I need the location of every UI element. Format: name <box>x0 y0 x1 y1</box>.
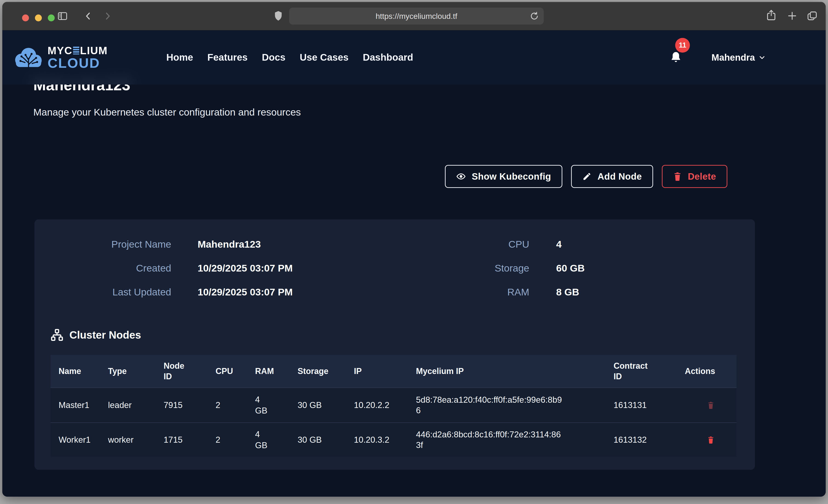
row1-ip: 10.20.3.2 <box>354 435 416 445</box>
row1-node-id: 1715 <box>164 435 215 445</box>
col-ram: RAM <box>255 366 298 376</box>
user-menu[interactable]: Mahendra <box>711 52 765 63</box>
row0-cpu: 2 <box>215 401 255 410</box>
back-icon[interactable] <box>83 11 93 21</box>
cpu-label: CPU <box>402 239 529 250</box>
nav-item-docs[interactable]: Docs <box>262 52 285 63</box>
col-type: Type <box>108 366 164 376</box>
url-text: https://myceliumcloud.tf <box>375 12 457 21</box>
trash-icon <box>707 401 714 409</box>
created-value: 10/29/2025 03:07 PM <box>198 262 293 274</box>
delete-label: Delete <box>688 171 716 182</box>
last-updated-row: Last Updated 10/29/2025 03:07 PM <box>35 280 402 304</box>
row1-type: worker <box>108 435 164 445</box>
window-controls <box>22 14 55 22</box>
nav-item-dashboard[interactable]: Dashboard <box>363 52 413 63</box>
pencil-icon <box>582 172 591 181</box>
row1-storage: 30 GB <box>298 435 354 445</box>
row0-mycelium-ip: 5d8:78ea:a120:f40c:ff0f:a5fe:99e6:8b96 <box>416 395 614 416</box>
site-navbar: MYCLIUM CLOUD Home Features Docs Use Cas… <box>2 30 826 85</box>
show-kubeconfig-label: Show Kubeconfig <box>472 171 551 182</box>
project-name-row: Project Name Mahendra123 <box>35 232 402 256</box>
page-subtitle: Manage your Kubernetes cluster configura… <box>33 106 826 118</box>
brand-stylized-e <box>73 47 79 54</box>
row0-contract-id: 1613131 <box>614 401 685 410</box>
cpu-value: 4 <box>556 239 562 250</box>
brand-word2: CLOUD <box>48 56 108 70</box>
row0-node-id: 7915 <box>164 401 215 410</box>
ram-row: RAM 8 GB <box>402 280 755 304</box>
nodes-table-header: Name Type Node ID CPU RAM Storage IP Myc… <box>50 355 737 388</box>
row1-ram: 4 GB <box>255 429 269 451</box>
zoom-window-button[interactable] <box>48 14 55 22</box>
brand-word1-pre: MYC <box>48 45 72 56</box>
col-mycelium-ip: Mycelium IP <box>416 366 614 376</box>
notifications-button[interactable]: 11 <box>670 51 682 64</box>
minimize-window-button[interactable] <box>35 14 42 22</box>
col-ip: IP <box>354 366 416 376</box>
project-name-value: Mahendra123 <box>198 239 261 250</box>
bell-icon <box>670 51 682 64</box>
user-name: Mahendra <box>711 52 755 63</box>
col-cpu: CPU <box>215 366 255 376</box>
main-nav: Home Features Docs Use Cases Dashboard <box>166 52 413 63</box>
table-row: Worker1 worker 1715 2 4 GB 30 GB 10.20.3… <box>50 422 737 457</box>
storage-row: Storage 60 GB <box>402 256 755 280</box>
row1-name: Worker1 <box>50 435 108 445</box>
nodes-table: Name Type Node ID CPU RAM Storage IP Myc… <box>50 355 737 457</box>
page-viewport: MYCLIUM CLOUD Home Features Docs Use Cas… <box>2 30 826 497</box>
delete-cluster-button[interactable]: Delete <box>662 165 727 188</box>
col-name: Name <box>50 366 108 376</box>
created-row: Created 10/29/2025 03:07 PM <box>35 256 402 280</box>
col-contract-id: Contract ID <box>614 361 654 382</box>
nav-item-features[interactable]: Features <box>207 52 248 63</box>
show-kubeconfig-button[interactable]: Show Kubeconfig <box>445 165 562 188</box>
cluster-nodes-heading: Cluster Nodes <box>50 328 755 342</box>
created-label: Created <box>35 262 171 274</box>
ram-label: RAM <box>402 287 529 298</box>
trash-icon <box>673 172 682 181</box>
tab-overview-icon[interactable] <box>806 10 818 21</box>
cluster-info-panel: Project Name Mahendra123 Created 10/29/2… <box>35 219 755 470</box>
trash-icon <box>707 436 714 444</box>
brand-word1-post: LIUM <box>80 45 108 56</box>
row0-storage: 30 GB <box>298 401 354 410</box>
reload-icon[interactable] <box>530 11 539 21</box>
cluster-detail-page: Mahendra123 Manage your Kubernetes clust… <box>2 30 826 470</box>
nav-item-home[interactable]: Home <box>166 52 193 63</box>
add-node-label: Add Node <box>597 171 642 182</box>
forward-icon[interactable] <box>102 11 113 21</box>
storage-value: 60 GB <box>556 262 585 274</box>
row1-contract-id: 1613132 <box>614 435 685 445</box>
cluster-nodes-title: Cluster Nodes <box>70 329 141 341</box>
brand-wordmark: MYCLIUM CLOUD <box>48 45 108 70</box>
project-summary: Project Name Mahendra123 Created 10/29/2… <box>35 219 755 304</box>
mycelium-cloud-logo-icon <box>13 45 43 70</box>
row0-type: leader <box>108 401 164 410</box>
share-icon[interactable] <box>766 9 777 21</box>
project-name-label: Project Name <box>35 239 171 250</box>
eye-icon <box>456 172 466 181</box>
ram-value: 8 GB <box>556 287 579 298</box>
address-bar[interactable]: https://myceliumcloud.tf <box>289 8 544 25</box>
delete-node-button[interactable] <box>707 401 714 409</box>
col-storage: Storage <box>298 366 354 376</box>
row1-cpu: 2 <box>215 435 255 445</box>
close-window-button[interactable] <box>22 14 29 22</box>
delete-node-button[interactable] <box>707 436 714 444</box>
storage-label: Storage <box>402 262 529 274</box>
brand-logo[interactable]: MYCLIUM CLOUD <box>13 45 108 70</box>
row0-ip: 10.20.2.2 <box>354 401 416 410</box>
row0-name: Master1 <box>50 401 108 410</box>
notification-badge: 11 <box>675 38 690 53</box>
new-tab-icon[interactable] <box>787 10 797 21</box>
network-nodes-icon <box>50 329 64 341</box>
privacy-shield-icon[interactable] <box>273 10 284 22</box>
nav-item-use-cases[interactable]: Use Cases <box>300 52 348 63</box>
cluster-actions: Show Kubeconfig Add Node Delete <box>33 165 727 188</box>
row0-ram: 4 GB <box>255 394 269 416</box>
browser-chrome: https://myceliumcloud.tf <box>2 2 826 30</box>
chevron-down-icon <box>758 54 765 61</box>
add-node-button[interactable]: Add Node <box>571 165 653 188</box>
sidebar-toggle-icon[interactable] <box>57 10 68 22</box>
